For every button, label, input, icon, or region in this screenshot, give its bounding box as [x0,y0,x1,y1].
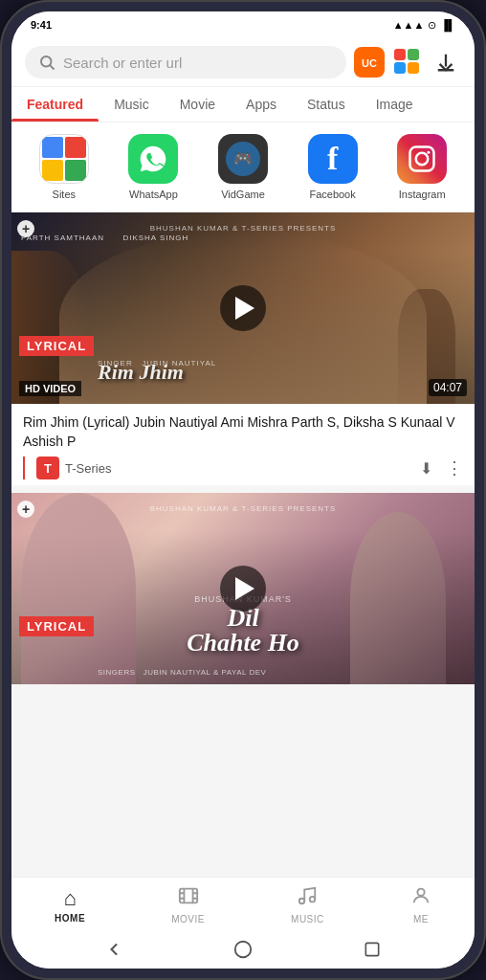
svg-point-0 [41,56,52,67]
android-home-button[interactable] [232,938,254,961]
me-icon [410,885,431,912]
video-thumbnail-1[interactable]: + BHUSHAN KUMAR & T-SERIES PRESENTS PART… [11,212,475,404]
android-home-icon [232,939,254,960]
android-nav [11,930,475,969]
signal-icon: ▲▲▲ [393,19,425,31]
tab-image[interactable]: Image [361,87,429,122]
play-triangle-2 [235,577,254,600]
instagram-label: Instagram [399,189,446,200]
svg-point-18 [310,897,316,902]
svg-point-20 [235,942,252,958]
vidgame-label: VidGame [221,189,265,200]
phone-frame: 9:41 ▲▲▲ ⊙ ▐▌ Search or enter url [0,0,486,980]
video-bg-1: + BHUSHAN KUMAR & T-SERIES PRESENTS PART… [11,212,475,404]
search-placeholder: Search or enter url [63,55,182,71]
tubi-svg: UC [358,51,381,74]
svg-text:UC: UC [362,57,377,69]
video-title-1: Rim Jhim (Lyrical) Jubin Nautiyal Ami Mi… [23,413,463,451]
presenter-text-1: BHUSHAN KUMAR & T-SERIES PRESENTS [33,224,453,233]
svg-text:🎮: 🎮 [233,149,253,167]
vidgame-svg: 🎮 [226,142,260,176]
video-more-icon-1[interactable]: ⋮ [446,457,463,479]
tab-apps[interactable]: Apps [231,87,292,122]
svg-rect-21 [365,943,378,955]
music-icon [297,885,318,912]
tab-status[interactable]: Status [292,87,361,122]
search-bar: Search or enter url UC [11,38,475,87]
android-recents-button[interactable] [361,938,384,961]
nav-home[interactable]: ⌂ HOME [35,884,104,925]
singer-text-1: SINGER JUBIN NAUTIYAL [98,359,216,368]
music-svg [297,885,318,906]
svg-rect-7 [410,147,434,171]
app-icon-instagram[interactable]: Instagram [388,134,455,200]
channel-divider-1 [23,457,25,479]
channel-t-1: T [44,461,52,476]
play-button-1[interactable] [220,285,266,331]
sites-icon [39,134,89,184]
video-thumbnail-2[interactable]: + BHUSHAN KUMAR & T-SERIES PRESENTS LYRI… [11,493,475,684]
video-bg-2: + BHUSHAN KUMAR & T-SERIES PRESENTS LYRI… [11,493,475,684]
status-bar: 9:41 ▲▲▲ ⊙ ▐▌ [11,11,475,38]
svg-rect-10 [179,889,196,903]
lyrical-badge-1: LYRICAL [19,336,94,356]
back-icon [104,940,123,959]
video-download-icon-1[interactable]: ⬇ [420,459,432,478]
svg-line-1 [50,65,54,69]
artists-text-1: PARTH SAMTHAAN DIKSHA SINGH [21,234,465,242]
download-icon[interactable] [431,47,461,78]
status-icons: ▲▲▲ ⊙ ▐▌ [393,19,455,32]
app-icon-whatsapp[interactable]: WhatsApp [120,134,187,200]
app-icon-sites[interactable]: Sites [31,134,98,200]
recents-icon [363,940,382,959]
instagram-icon [397,134,447,184]
duration-badge-1: 04:07 [429,379,467,396]
sites-label: Sites [53,189,76,200]
tab-music[interactable]: Music [99,87,165,122]
instagram-svg [408,145,436,173]
whatsapp-icon [128,134,178,184]
video-info-1: Rim Jhim (Lyrical) Jubin Nautiyal Ami Mi… [11,404,475,485]
whatsapp-label: WhatsApp [129,189,178,200]
tab-movie[interactable]: Movie [165,87,231,122]
channel-row-1: T T-Series [23,457,111,479]
phone-screen: 9:41 ▲▲▲ ⊙ ▐▌ Search or enter url [11,11,475,969]
song-title-2b: Chahte Ho [11,631,475,656]
app-icon-facebook[interactable]: f Facebook [299,134,366,200]
channel-icon-1: T [36,457,59,479]
search-icon [38,54,55,71]
vidgame-icon: 🎮 [218,134,268,184]
me-label: ME [413,914,429,924]
bottom-nav: ⌂ HOME MOVIE [11,877,475,930]
nav-music[interactable]: MUSIC [272,883,343,926]
tabs-bar: Featured Music Movie Apps Status Image [11,87,475,122]
tab-featured[interactable]: Featured [11,87,99,122]
svg-point-8 [416,153,429,166]
channel-name-1: T-Series [65,461,111,476]
android-back-button[interactable] [102,938,125,961]
movie-label: MOVIE [171,914,205,924]
svg-point-19 [417,889,424,896]
nav-me[interactable]: ME [391,883,451,926]
presenter-text-2: BHUSHAN KUMAR & T-SERIES PRESENTS [33,504,453,513]
svg-point-9 [428,151,431,154]
download-svg [435,52,456,73]
svg-point-17 [299,899,305,904]
home-icon: ⌂ [63,886,76,911]
wifi-icon: ⊙ [428,19,436,32]
app-icon-vidgame[interactable]: 🎮 VidGame [210,134,276,200]
grid-icon[interactable] [394,49,421,76]
me-svg [410,885,431,906]
facebook-icon: f [308,134,358,184]
app-icons-row: Sites WhatsApp 🎮 VidGam [11,122,475,212]
header-icons: UC [354,47,461,78]
nav-movie[interactable]: MOVIE [152,883,224,926]
facebook-label: Facebook [309,189,355,200]
video-actions-1: ⬇ ⋮ [420,457,463,479]
play-triangle-1 [235,297,254,320]
play-button-2[interactable] [220,566,266,612]
tubi-icon[interactable]: UC [354,47,385,78]
home-label: HOME [55,913,85,924]
singer-text-2: SINGERS JUBIN NAUTIYAL & PAYAL DEV [98,668,266,677]
search-input-container[interactable]: Search or enter url [25,46,346,78]
